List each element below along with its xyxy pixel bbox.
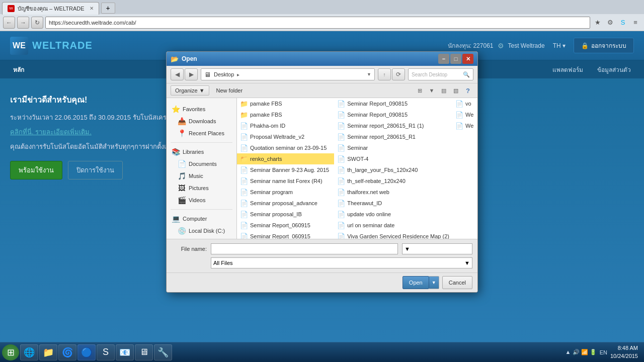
taskbar-ie[interactable]: 🌐 [20,344,38,360]
sidebar-item-pictures[interactable]: 🖼 Pictures [167,182,236,194]
computer-section: 💻 Computer 💿 Local Disk (C:) 💿 Local Dis… [167,212,236,239]
sidebar-item-documents[interactable]: 📄 Documents [167,158,236,170]
sidebar-item-music[interactable]: 🎵 Music [167,170,236,182]
menu-icon[interactable]: ≡ [630,17,641,28]
site-link[interactable]: คลิกที่นี่. รายละเอียดเพิ่มเติม. [10,128,92,136]
dialog-nav-extras: ↑ ⟳ [378,68,405,80]
file-item-renko[interactable]: 📁 renko_charts [237,153,334,164]
open-btn[interactable]: Open [403,276,429,289]
file-item[interactable]: 📄 url on seminar date [334,220,452,231]
dialog-refresh-btn[interactable]: ⟳ [392,68,405,80]
nav-item-main[interactable]: หลัก [10,64,27,75]
cancel-btn[interactable]: Cancel [442,276,472,289]
dialog-file-list: 📁 pamake FBS 📁 pamake FBS 📄 Phakha-om ID [237,98,477,239]
settings-icon[interactable]: ⚙ [498,42,504,50]
dialog-location-dropdown[interactable]: ▼ [367,72,371,77]
organize-btn[interactable]: Organize ▼ [171,85,209,96]
file-item[interactable]: 📄 We [452,109,477,120]
view-list-btn[interactable]: ▼ [426,85,437,96]
file-item[interactable]: 📄 Seminar [334,142,452,153]
file-item[interactable]: 📄 Seminar proposal_advance [237,198,334,209]
logout-btn[interactable]: 🔒 ออกจากระบบ [574,38,634,53]
taskbar-app8[interactable]: 🔧 [154,344,172,360]
dialog-toolbar: ◀ ▶ 🖥 Desktop ▸ ▼ ↑ ⟳ Search Desktop 🔍 [167,66,477,83]
file-item[interactable]: 📄 SWOT-4 [334,153,452,164]
filename-dropdown[interactable]: ▼ [402,243,472,254]
file-item[interactable]: 📄 Quotation seminar on 23-09-15 [237,142,334,153]
sidebar-item-recent[interactable]: 📍 Recent Places [167,127,236,139]
file-item[interactable]: 📄 Proposal Weltrade_v2 [237,131,334,142]
file-item[interactable]: 📄 Seminar Report_060915 [237,231,334,239]
active-tab[interactable]: W บัญชีของคุณ – WELTRADE ✕ [2,2,99,15]
file-item[interactable]: 📄 Phakha-om ID [237,120,334,131]
dialog-forward-btn[interactable]: ▶ [185,68,198,80]
view-preview-btn[interactable]: ▧ [450,85,461,96]
favorites-icon[interactable]: ★ [592,17,603,28]
dialog-minimize-btn[interactable]: − [438,54,449,64]
sidebar-item-videos[interactable]: 🎬 Videos [167,194,236,206]
organize-label: Organize [175,87,198,94]
doc-icon: 📄 [337,233,345,239]
taskbar-chrome[interactable]: 🔵 [77,344,96,360]
file-item[interactable]: 📄 Seminar Banner 9-23 Aug. 2015 [237,164,334,175]
new-tab-btn[interactable]: + [101,3,115,14]
forward-btn[interactable]: → [17,17,29,29]
dialog-help-btn[interactable]: ? [462,85,473,96]
file-item[interactable]: 📄 update vdo online [334,209,452,220]
sidebar-item-favorites[interactable]: ⭐ Favorites [167,103,236,115]
start-button[interactable]: ⊞ [2,344,19,360]
file-item[interactable]: 📁 pamake FBS [237,98,334,109]
file-item[interactable]: 📄 Seminar Report_090815 [334,98,452,109]
file-item[interactable]: 📄 We [452,120,477,131]
lang-selector[interactable]: TH ▾ [553,42,566,49]
file-item[interactable]: 📄 Theerawut_ID [334,198,452,209]
filetype-dropdown[interactable]: All Files ▼ [211,257,472,268]
doc-icon: 📄 [240,200,248,207]
file-item[interactable]: 📄 Seminar Report_060915 [237,220,334,231]
dialog-location-bar[interactable]: 🖥 Desktop ▸ ▼ [201,68,375,80]
file-item[interactable]: 📄 Viva Garden Serviced Residence Map (2) [334,231,452,239]
new-folder-btn[interactable]: New folder [212,86,247,95]
dialog-search-box[interactable]: Search Desktop 🔍 [408,68,473,80]
nav-item-profile[interactable]: ข้อมูลส่วนตัว [594,64,634,75]
taskbar-app3[interactable]: 🌀 [58,344,76,360]
file-item[interactable]: 📄 Seminar report_280615_R1 (1) [334,120,452,131]
sidebar-libraries-header[interactable]: 📚 Libraries [167,146,236,158]
filename-input[interactable] [211,243,398,254]
dialog-back-btn[interactable]: ◀ [171,68,184,80]
dialog-close-btn[interactable]: ✕ [462,54,473,64]
file-item[interactable]: 📄 th_large_your_Fbs_120x240 [334,164,452,175]
btn-yes[interactable]: พร้อมใช้งาน [10,161,62,179]
dialog-maximize-btn[interactable]: □ [450,54,461,64]
address-bar[interactable]: https://securedth.weltrade.com/cab/ [45,17,590,29]
btn-no[interactable]: ปิดการใช้งาน [68,161,123,179]
view-tiles-btn[interactable]: ⊞ [414,85,425,96]
tools-icon[interactable]: ⚙ [605,17,616,28]
file-item[interactable]: 📁 pamake FBS [237,109,334,120]
back-btn[interactable]: ← [3,17,15,29]
open-dropdown-btn[interactable]: ▼ [429,276,439,289]
file-item[interactable]: 📄 vo [452,98,477,109]
skype-icon[interactable]: S [617,17,628,28]
sidebar-item-downloads[interactable]: 📥 Downloads [167,115,236,127]
file-item[interactable]: 📄 Seminar program [237,187,334,198]
libraries-label: Libraries [183,149,204,155]
sidebar-item-local-d[interactable]: 💿 Local Disk (D:) [167,237,236,239]
file-item[interactable]: 📄 Seminar name list Forex (R4) [237,175,334,187]
taskbar-mail[interactable]: 📧 [116,344,134,360]
dialog-up-btn[interactable]: ↑ [378,68,391,80]
taskbar-app7[interactable]: 🖥 [135,344,153,360]
file-item[interactable]: 📄 thaiforex.net web [334,187,452,198]
refresh-btn[interactable]: ↻ [31,17,43,29]
sidebar-computer-header[interactable]: 💻 Computer [167,213,236,225]
file-item[interactable]: 📄 Seminar proposal_IB [237,209,334,220]
file-item[interactable]: 📄 Seminar report_280615_R1 [334,131,452,142]
file-item[interactable]: 📄 Seminar Report_090815 [334,109,452,120]
tab-close-btn[interactable]: ✕ [90,6,94,11]
file-item[interactable]: 📄 th_self-rebate_120x240 [334,175,452,187]
view-details-btn[interactable]: ▤ [438,85,449,96]
sidebar-item-local-c[interactable]: 💿 Local Disk (C:) [167,225,236,237]
nav-item-platform[interactable]: แพลตฟอร์ม [549,64,586,75]
taskbar-explorer[interactable]: 📁 [39,344,57,360]
taskbar-skype[interactable]: S [97,344,115,360]
